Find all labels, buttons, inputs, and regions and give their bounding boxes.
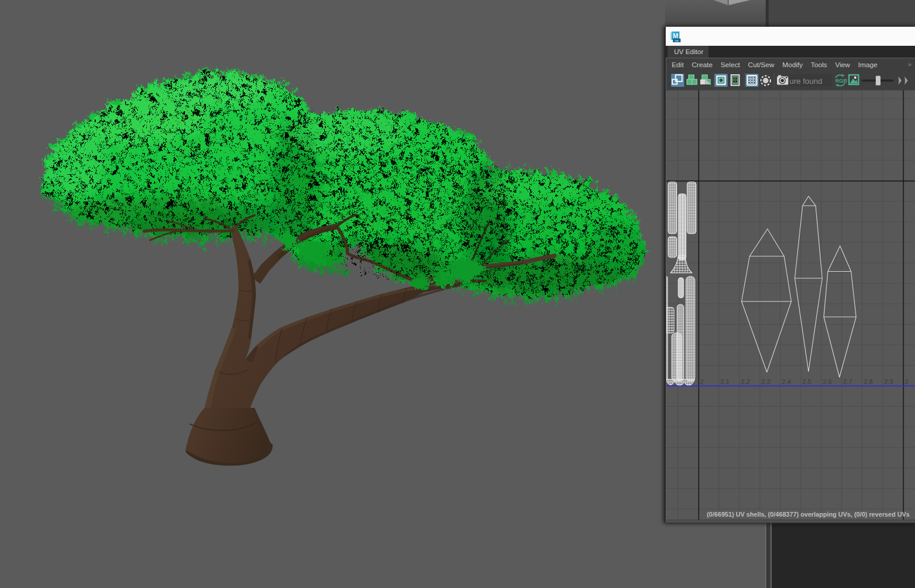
svg-text:3: 3 [905,378,908,385]
svg-text:MA: MA [675,39,678,42]
svg-text:2: 2 [700,378,704,385]
svg-text:2.8: 2.8 [864,378,873,385]
svg-text:RGB: RGB [835,78,848,84]
svg-text:2.1: 2.1 [720,378,729,385]
svg-text:M: M [673,32,678,39]
svg-text:2.5: 2.5 [803,378,811,385]
svg-text:2.6: 2.6 [823,378,832,385]
svg-text:2.9: 2.9 [884,378,893,385]
svg-text:2.7: 2.7 [843,378,852,385]
svg-text:2.4: 2.4 [782,378,791,385]
svg-text:2.2: 2.2 [741,378,750,385]
svg-text:ure found: ure found [789,77,822,86]
svg-text:2.3: 2.3 [762,378,770,385]
